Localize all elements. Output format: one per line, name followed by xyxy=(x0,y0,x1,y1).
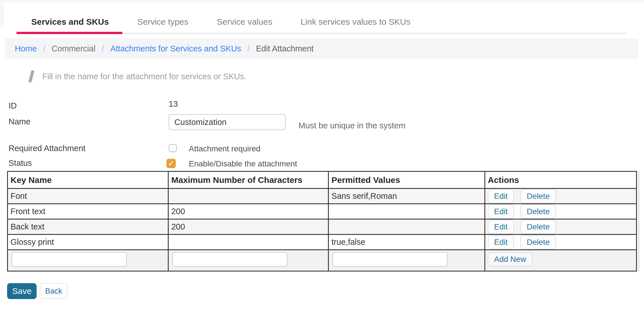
quote-bar-icon xyxy=(28,70,34,82)
new-key-name-input[interactable] xyxy=(12,252,127,267)
new-key-name-cell xyxy=(8,250,168,271)
permitted-values-cell: Sans serif,Roman xyxy=(329,189,485,204)
key-name-cell: Font xyxy=(8,189,168,204)
tab-service-types[interactable]: Service types xyxy=(137,17,188,27)
breadcrumb-separator: / xyxy=(247,44,250,53)
breadcrumb-edit-attachment: Edit Attachment xyxy=(256,44,313,53)
delete-button[interactable]: Delete xyxy=(520,235,556,249)
column-header-key-name: Key Name xyxy=(8,172,168,189)
status-checkbox[interactable]: ✓ xyxy=(166,159,176,168)
new-max-chars-cell xyxy=(168,250,329,271)
status-label: Status xyxy=(9,158,32,168)
key-name-cell: Glossy print xyxy=(8,235,168,250)
attachment-required-checkbox-label: Attachment required xyxy=(189,144,260,153)
edit-button[interactable]: Edit xyxy=(488,235,514,249)
table-row: Front text 200 Edit Delete xyxy=(8,204,637,219)
tab-link-services-values-to-skus[interactable]: Link services values to SKUs xyxy=(301,17,411,27)
column-header-max-chars: Maximum Number of Characters xyxy=(168,172,329,189)
column-header-actions: Actions xyxy=(485,172,636,189)
table-row: Back text 200 Edit Delete xyxy=(8,219,637,235)
breadcrumb-attachments[interactable]: Attachments for Services and SKUs xyxy=(110,44,241,53)
form-help-text: Fill in the name for the attachment for … xyxy=(42,70,246,82)
tab-services-and-skus[interactable]: Services and SKUs xyxy=(31,17,109,27)
back-button[interactable]: Back xyxy=(40,283,68,299)
id-label: ID xyxy=(9,101,17,110)
new-max-chars-input[interactable] xyxy=(172,252,287,267)
permitted-values-cell: true,false xyxy=(329,235,485,250)
edit-button[interactable]: Edit xyxy=(488,204,514,219)
tab-bar: Services and SKUs Service types Service … xyxy=(31,17,410,27)
delete-button[interactable]: Delete xyxy=(520,220,556,234)
edit-button[interactable]: Edit xyxy=(488,189,514,203)
required-attachment-label: Required Attachment xyxy=(9,144,85,153)
delete-button[interactable]: Delete xyxy=(520,189,556,203)
actions-cell: Edit Delete xyxy=(485,189,636,204)
new-key-row: Add New xyxy=(8,250,637,271)
new-permitted-values-input[interactable] xyxy=(333,252,448,267)
form-help-note: Fill in the name for the attachment for … xyxy=(30,70,246,82)
attachment-required-checkbox[interactable]: ✓ xyxy=(169,144,177,152)
active-tab-underline xyxy=(16,32,122,34)
column-header-permitted-values: Permitted Values xyxy=(329,172,485,189)
key-name-cell: Front text xyxy=(8,204,168,219)
breadcrumb-commercial: Commercial xyxy=(51,44,95,53)
max-chars-cell: 200 xyxy=(168,204,329,219)
max-chars-cell xyxy=(168,235,329,250)
save-button[interactable]: Save xyxy=(7,283,37,299)
breadcrumb-separator: / xyxy=(102,44,104,53)
name-hint: Must be unique in the system xyxy=(298,121,405,130)
permitted-values-cell xyxy=(329,204,485,219)
max-chars-cell: 200 xyxy=(168,219,329,235)
edit-button[interactable]: Edit xyxy=(488,220,514,234)
check-icon: ✓ xyxy=(167,160,175,167)
tab-service-values[interactable]: Service values xyxy=(217,17,272,27)
new-row-actions-cell: Add New xyxy=(485,250,636,271)
attachment-keys-tbody: Font Sans serif,Roman Edit Delete Front … xyxy=(8,189,637,271)
breadcrumb-separator: / xyxy=(43,44,45,53)
page: Services and SKUs Service types Service … xyxy=(0,0,644,309)
permitted-values-cell xyxy=(329,219,485,235)
new-permitted-values-cell xyxy=(329,250,485,271)
id-value: 13 xyxy=(169,99,178,109)
table-row: Glossy print true,false Edit Delete xyxy=(8,235,637,250)
breadcrumb: Home / Commercial / Attachments for Serv… xyxy=(5,38,638,59)
status-checkbox-label: Enable/Disable the attachment xyxy=(189,159,297,168)
table-header-row: Key Name Maximum Number of Characters Pe… xyxy=(8,172,637,189)
max-chars-cell xyxy=(168,189,329,204)
actions-cell: Edit Delete xyxy=(485,204,636,219)
key-name-cell: Back text xyxy=(8,219,168,235)
page-top-edge xyxy=(0,0,644,3)
attachment-keys-table: Key Name Maximum Number of Characters Pe… xyxy=(7,171,637,272)
delete-button[interactable]: Delete xyxy=(520,204,556,219)
breadcrumb-home[interactable]: Home xyxy=(15,44,37,53)
table-scrollbar[interactable] xyxy=(637,171,640,272)
add-new-button[interactable]: Add New xyxy=(488,252,533,266)
name-label: Name xyxy=(9,117,30,126)
actions-cell: Edit Delete xyxy=(485,219,636,235)
actions-cell: Edit Delete xyxy=(485,235,636,250)
page-corner-gutter xyxy=(0,0,4,27)
name-input[interactable] xyxy=(169,114,286,130)
table-row: Font Sans serif,Roman Edit Delete xyxy=(8,189,637,204)
